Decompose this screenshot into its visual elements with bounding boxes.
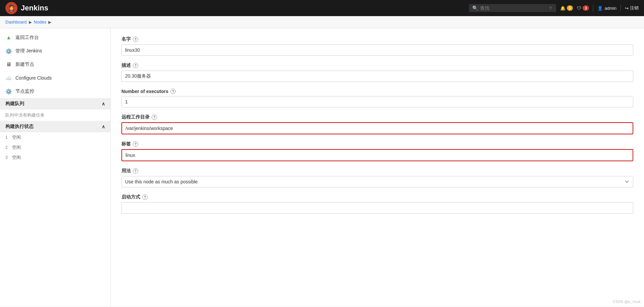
form-group-usage: 用法 ? Use this node as much as possible <box>121 168 633 187</box>
build-queue-label: 构建队列 <box>5 101 24 107</box>
sidebar-item-manage[interactable]: ⚙️ 管理 Jenkins <box>0 44 110 58</box>
user-menu[interactable]: 👤 admin <box>597 6 616 11</box>
sidebar-item-configure-clouds[interactable]: ☁️ Configure Clouds <box>0 71 110 85</box>
username-label: admin <box>605 6 616 11</box>
launch-label: 启动方式 ? <box>121 194 633 200</box>
sidebar-node-monitor-label: 节点监控 <box>15 88 34 94</box>
cloud-icon: ☁️ <box>5 75 12 81</box>
build-executor-label: 构建执行状态 <box>5 124 34 130</box>
executor-item: 2空闲 <box>0 142 110 152</box>
build-executor-section[interactable]: 构建执行状态 ∧ <box>0 121 110 132</box>
executors-label: Number of executors ? <box>121 89 633 94</box>
name-help-icon[interactable]: ? <box>133 37 138 42</box>
executor-status: 空闲 <box>12 144 21 150</box>
bell-icon: 🔔 <box>560 6 566 11</box>
launch-input[interactable] <box>121 202 633 214</box>
executors-help-icon[interactable]: ? <box>170 89 176 94</box>
usage-select[interactable]: Use this node as much as possible <box>121 176 633 187</box>
executors-input[interactable] <box>121 96 633 107</box>
breadcrumb-sep-2: ▶ <box>48 20 51 25</box>
sidebar-return-label: 返回工作台 <box>15 35 39 41</box>
gear-icon: ⚙️ <box>5 48 12 54</box>
form-group-remote-dir: 远程工作目录 ? <box>121 114 633 134</box>
form-group-executors: Number of executors ? <box>121 89 633 107</box>
desc-help-icon[interactable]: ? <box>133 63 138 68</box>
executor-item: 3空闲 <box>0 152 110 163</box>
sidebar-configure-clouds-label: Configure Clouds <box>15 75 52 81</box>
breadcrumb: Dashboard ▶ Nodes ▶ <box>0 16 644 28</box>
logo: 🤵 Jenkins <box>5 2 48 14</box>
desc-label: 描述 ? <box>121 62 633 69</box>
watermark: CSDN @jc_hook <box>613 300 641 304</box>
chevron-up-executor-icon: ∧ <box>102 124 105 129</box>
usage-label: 用法 ? <box>121 168 633 174</box>
build-queue-empty: 队列中没有构建任务 <box>0 109 110 121</box>
form-group-labels: 标签 ? <box>121 141 633 161</box>
notification-bell[interactable]: 🔔 5 <box>560 5 573 11</box>
sidebar-new-node-label: 新建节点 <box>15 61 34 68</box>
breadcrumb-sep-1: ▶ <box>29 20 32 25</box>
shield-icon: 🛡 <box>577 6 581 11</box>
executor-number: 3 <box>5 155 9 160</box>
logout-label: 注销 <box>630 5 639 11</box>
search-input[interactable] <box>480 5 547 11</box>
usage-help-icon[interactable]: ? <box>133 168 138 174</box>
executor-item: 1空闲 <box>0 132 110 142</box>
labels-label: 标签 ? <box>121 141 633 147</box>
search-bar[interactable]: 🔍 ? <box>469 4 556 12</box>
executor-number: 1 <box>5 135 9 140</box>
build-queue-section[interactable]: 构建队列 ∧ <box>0 98 110 109</box>
executor-status: 空闲 <box>12 155 21 161</box>
user-icon: 👤 <box>597 6 603 11</box>
launch-help-icon[interactable]: ? <box>142 194 148 200</box>
node-monitor-icon: ⚙️ <box>5 88 12 95</box>
help-circle-icon: ? <box>549 6 551 11</box>
search-icon: 🔍 <box>472 5 478 11</box>
layout: ▲ 返回工作台 ⚙️ 管理 Jenkins 🖥 新建节点 ☁️ Configur… <box>0 28 644 306</box>
remote-dir-help-icon[interactable]: ? <box>152 115 157 120</box>
notification-count: 5 <box>567 5 573 11</box>
form-group-name: 名字 ? <box>121 36 633 56</box>
sidebar-item-new-node[interactable]: 🖥 新建节点 <box>0 58 110 71</box>
header: 🤵 Jenkins 🔍 ? 🔔 5 🛡 3 👤 admin ↪ 注销 <box>0 0 644 16</box>
executor-number: 2 <box>5 145 9 150</box>
name-input[interactable] <box>121 44 633 56</box>
form-group-launch: 启动方式 ? <box>121 194 633 214</box>
alert-shield[interactable]: 🛡 3 <box>577 5 589 11</box>
desc-input[interactable] <box>121 71 633 82</box>
sidebar-manage-label: 管理 Jenkins <box>15 48 42 54</box>
app-title: Jenkins <box>21 4 48 12</box>
sidebar-item-node-monitor[interactable]: ⚙️ 节点监控 <box>0 85 110 98</box>
sidebar-item-return[interactable]: ▲ 返回工作台 <box>0 31 110 44</box>
breadcrumb-nodes[interactable]: Nodes <box>34 19 47 25</box>
monitor-icon: 🖥 <box>5 61 12 68</box>
chevron-up-icon: ∧ <box>102 101 105 106</box>
remote-dir-label: 远程工作目录 ? <box>121 114 633 120</box>
logout-button[interactable]: ↪ 注销 <box>625 5 639 11</box>
sidebar: ▲ 返回工作台 ⚙️ 管理 Jenkins 🖥 新建节点 ☁️ Configur… <box>0 28 111 306</box>
jenkins-logo-icon: 🤵 <box>5 2 17 14</box>
labels-input[interactable] <box>121 149 633 161</box>
remote-dir-input[interactable] <box>121 122 633 134</box>
header-icons: 🔔 5 🛡 3 👤 admin ↪ 注销 <box>560 5 639 11</box>
logout-icon: ↪ <box>625 6 629 11</box>
labels-help-icon[interactable]: ? <box>133 141 138 147</box>
return-icon: ▲ <box>5 34 12 41</box>
name-label: 名字 ? <box>121 36 633 42</box>
breadcrumb-dashboard[interactable]: Dashboard <box>5 19 27 25</box>
executor-status: 空闲 <box>12 134 21 140</box>
form-group-desc: 描述 ? <box>121 62 633 82</box>
executor-list: 1空闲2空闲3空闲 <box>0 132 110 163</box>
alert-count: 3 <box>583 5 589 11</box>
main-content: 名字 ? 描述 ? Number of executors ? 远程工作目录 <box>111 28 644 306</box>
